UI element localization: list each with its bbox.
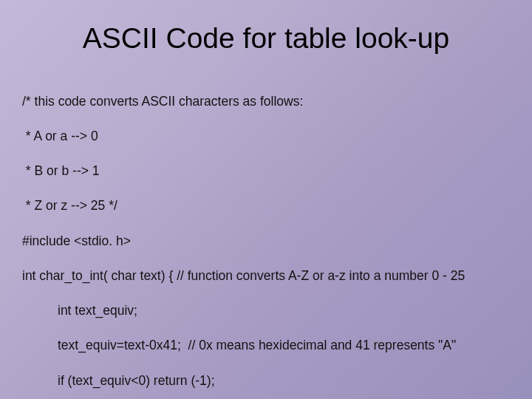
slide: ASCII Code for table look-up /* this cod… (0, 0, 532, 399)
code-line: * Z or z --> 25 */ (22, 197, 502, 215)
code-line: int text_equiv; (22, 302, 502, 320)
slide-title: ASCII Code for table look-up (30, 22, 502, 55)
code-line: * A or a --> 0 (22, 128, 502, 146)
code-line: /* this code converts ASCII characters a… (22, 93, 502, 111)
code-line: * B or b --> 1 (22, 163, 502, 180)
code-line: if (text_equiv<0) return (-1); (22, 372, 502, 390)
code-line: int char_to_int( char text) { // functio… (22, 267, 502, 285)
code-line: #include <stdio. h> (22, 233, 502, 250)
code-block: /* this code converts ASCII characters a… (22, 75, 502, 399)
code-line: text_equiv=text-0x41; // 0x means hexide… (22, 337, 502, 355)
